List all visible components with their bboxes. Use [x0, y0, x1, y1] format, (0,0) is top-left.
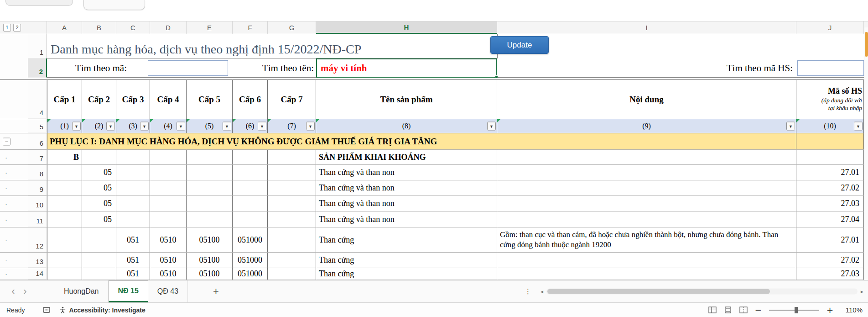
zoom-slider[interactable] [769, 310, 819, 311]
cell-I12[interactable]: Gồm: than cục và than cám, đã hoặc chưa … [497, 227, 796, 252]
column-header-G[interactable]: G [268, 21, 316, 34]
outline-level-2-button[interactable]: 2 [13, 24, 21, 32]
horizontal-scrollbar[interactable]: ◄ ► [540, 289, 864, 295]
cell-F14[interactable]: 051000 [233, 268, 268, 280]
cell-E11[interactable] [187, 211, 233, 227]
row-header-10[interactable]: 10 [28, 196, 47, 211]
cell-A13[interactable] [47, 253, 82, 268]
zoom-level[interactable]: 110% [841, 306, 863, 314]
cell-A7[interactable]: B [47, 150, 82, 164]
cell-G10[interactable] [268, 196, 316, 211]
cell-F13[interactable]: 051000 [233, 253, 268, 268]
cell-I11[interactable] [497, 211, 796, 227]
row-header-1[interactable]: 1 [28, 34, 47, 58]
cell-C14[interactable]: 051 [116, 268, 150, 280]
cell-C7[interactable] [116, 150, 150, 164]
cell-J12[interactable]: 27.01 [796, 227, 864, 252]
header-cap3[interactable]: Cấp 3 [116, 80, 150, 119]
cell-H9[interactable]: Than cứng và than non [316, 180, 497, 195]
cell-J6[interactable] [796, 133, 864, 149]
row-header-9[interactable]: 9 [28, 180, 47, 195]
cell-A12[interactable] [47, 227, 82, 252]
filter-cell-4[interactable]: (4)▼ [150, 119, 187, 133]
vertical-scrollbar[interactable] [864, 27, 868, 280]
cell-J11[interactable]: 27.04 [796, 211, 864, 227]
sheet-tab-nd-15[interactable]: NĐ 15 [109, 280, 148, 302]
column-header-H[interactable]: H [316, 21, 497, 34]
cell-J13[interactable]: 27.02 [796, 253, 864, 268]
cell-B12[interactable] [82, 227, 116, 252]
cell-G13[interactable] [268, 253, 316, 268]
row-header-12[interactable]: 12 [28, 227, 47, 252]
cell-H13[interactable]: Than cứng [316, 253, 497, 268]
filter-cell-9[interactable]: (9)▼ [497, 119, 796, 133]
column-header-E[interactable]: E [187, 21, 233, 34]
sheet-tab-qd-43[interactable]: QĐ 43 [148, 280, 188, 302]
cell-A14[interactable] [47, 268, 82, 280]
normal-view-icon[interactable] [708, 306, 717, 313]
header-cap7[interactable]: Cấp 7 [268, 80, 316, 119]
find-hs-input[interactable] [797, 60, 864, 76]
cell-D9[interactable] [150, 180, 187, 195]
selected-cell-H2[interactable]: máy vi tính [316, 58, 497, 78]
header-cap1[interactable]: Cấp 1 [47, 80, 82, 119]
add-sheet-button[interactable]: + [213, 285, 219, 297]
zoom-out-button[interactable]: − [755, 305, 762, 315]
cell-D10[interactable] [150, 196, 187, 211]
cell-B13[interactable] [82, 253, 116, 268]
cell-G9[interactable] [268, 180, 316, 195]
cell-F7[interactable] [233, 150, 268, 164]
filter-cell-10[interactable]: (10)▼ [796, 119, 864, 133]
scroll-left-arrow-icon[interactable]: ◄ [540, 289, 544, 294]
filter-cell-7[interactable]: (7)▼ [268, 119, 316, 133]
row-header-7[interactable]: 7 [28, 150, 47, 164]
filter-cell-5[interactable]: (5)▼ [187, 119, 233, 133]
cell-I10[interactable] [497, 196, 796, 211]
cell-H8[interactable]: Than cứng và than non [316, 165, 497, 180]
cell-I8[interactable] [497, 165, 796, 180]
cell-E8[interactable] [187, 165, 233, 180]
column-header-J[interactable]: J [796, 21, 864, 34]
header-ma-so-hs[interactable]: Mã số HS (áp dụng đối với tại khâu nhập [796, 80, 864, 119]
cell-I13[interactable] [497, 253, 796, 268]
column-header-F[interactable]: F [233, 21, 268, 34]
row-header-11[interactable]: 11 [28, 211, 47, 227]
cell-G14[interactable] [268, 268, 316, 280]
filter-cell-6[interactable]: (6)▼ [233, 119, 268, 133]
page-break-view-icon[interactable] [739, 306, 748, 313]
column-header-D[interactable]: D [150, 21, 187, 34]
cell-A11[interactable] [47, 211, 82, 227]
cell-C10[interactable] [116, 196, 150, 211]
cell-I7[interactable] [497, 150, 796, 164]
filter-dropdown-button[interactable]: ▼ [487, 122, 496, 131]
cell-A8[interactable] [47, 165, 82, 180]
find-code-input[interactable] [148, 60, 228, 76]
row-header-14[interactable]: 14 [28, 268, 47, 280]
cell-J7[interactable] [796, 150, 864, 164]
filter-dropdown-button[interactable]: ▼ [786, 122, 795, 131]
filter-cell-3[interactable]: (3)▼ [116, 119, 150, 133]
column-header-B[interactable]: B [82, 21, 116, 34]
cell-D13[interactable]: 0510 [150, 253, 187, 268]
filter-cell-1[interactable]: (1)▼ [47, 119, 82, 133]
cell-G7[interactable] [268, 150, 316, 164]
accessibility-icon[interactable] [59, 306, 66, 313]
row-header-8[interactable]: 8 [28, 165, 47, 180]
cell-J9[interactable]: 27.02 [796, 180, 864, 195]
page-layout-view-icon[interactable] [724, 306, 732, 313]
cell-D11[interactable] [150, 211, 187, 227]
header-cap4[interactable]: Cấp 4 [150, 80, 187, 119]
column-header-A[interactable]: A [47, 21, 82, 34]
update-button[interactable]: Update [490, 36, 549, 54]
sheet-tab-huongdan[interactable]: HuongDan [55, 280, 109, 302]
cell-J8[interactable]: 27.01 [796, 165, 864, 180]
row-header-5[interactable]: 5 [28, 119, 47, 133]
filter-dropdown-button[interactable]: ▼ [72, 122, 81, 131]
cell-C9[interactable] [116, 180, 150, 195]
title-cell[interactable]: Danh mục hàng hóa, dịch vụ theo nghị địn… [47, 34, 498, 58]
cell-H12[interactable]: Than cứng [316, 227, 497, 252]
sheet-nav-left[interactable]: ‹ [7, 285, 19, 297]
cell-G8[interactable] [268, 165, 316, 180]
cell-E14[interactable]: 05100 [187, 268, 233, 280]
sheet-nav-right[interactable]: › [19, 285, 31, 297]
